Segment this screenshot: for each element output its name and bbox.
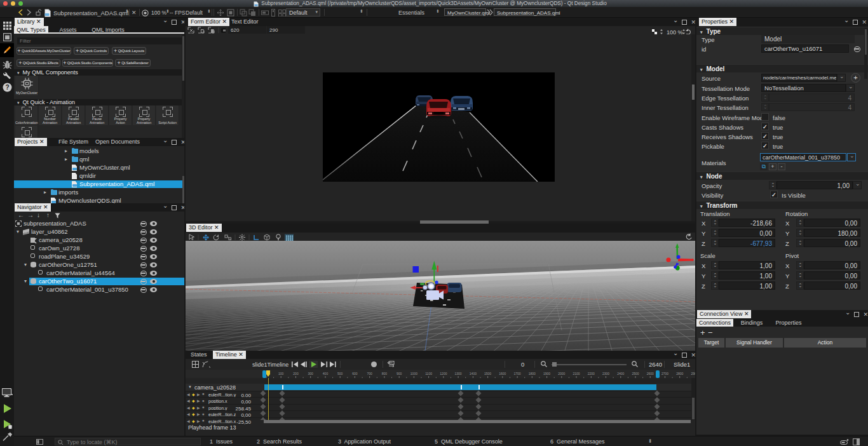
svg-text:?: ? [5, 84, 9, 91]
svg-text:2300: 2300 [602, 372, 609, 375]
svg-text:2600: 2600 [647, 372, 654, 375]
svg-text:1800: 1800 [529, 372, 536, 375]
svg-text:1300: 1300 [455, 372, 462, 375]
svg-text:100: 100 [278, 372, 284, 375]
svg-text:1600: 1600 [499, 372, 506, 375]
svg-text:1200: 1200 [440, 372, 447, 375]
svg-text:1700: 1700 [514, 372, 521, 375]
svg-text:2400: 2400 [617, 372, 624, 375]
svg-text:1500: 1500 [484, 372, 491, 375]
svg-text:1900: 1900 [543, 372, 550, 375]
svg-text:200: 200 [293, 372, 299, 375]
svg-text:1400: 1400 [470, 372, 477, 375]
svg-text:800: 800 [382, 372, 388, 375]
svg-text:400: 400 [323, 372, 329, 375]
svg-text:2200: 2200 [588, 372, 595, 375]
svg-text:1100: 1100 [425, 372, 432, 375]
svg-text:700: 700 [367, 372, 373, 375]
svg-text:2100: 2100 [573, 372, 580, 375]
svg-text:300: 300 [308, 372, 314, 375]
svg-text:900: 900 [397, 372, 402, 375]
svg-text:2500: 2500 [632, 372, 639, 375]
svg-text:2800: 2800 [676, 372, 683, 375]
svg-text:600: 600 [352, 372, 358, 375]
svg-text:500: 500 [337, 372, 343, 375]
svg-text:1000: 1000 [410, 372, 417, 375]
svg-text:2700: 2700 [661, 372, 668, 375]
svg-text:2000: 2000 [558, 372, 565, 375]
